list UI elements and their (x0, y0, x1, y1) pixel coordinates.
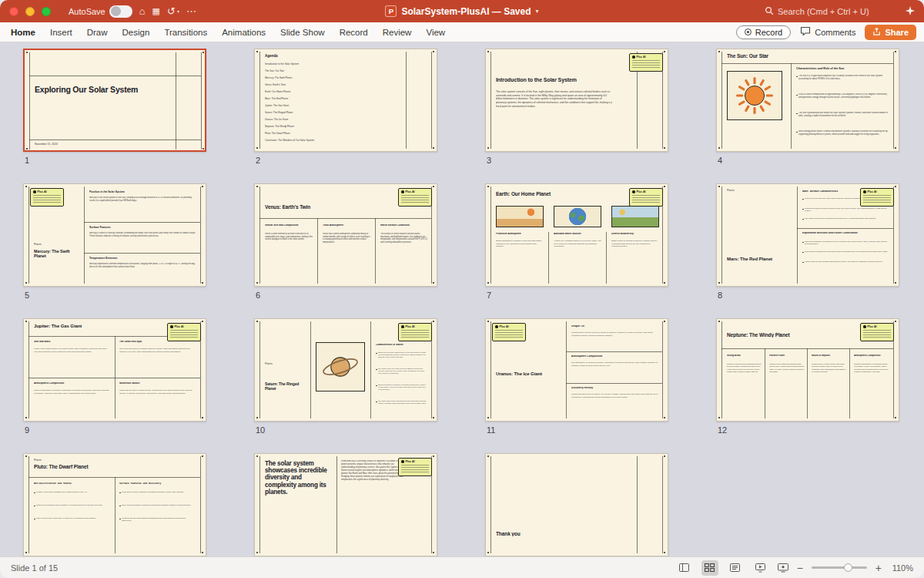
ribbon-grid-icon[interactable]: ▦ (152, 7, 160, 15)
slide-eyebrow: Planets (265, 362, 273, 365)
plusai-badge[interactable]: Plus AI (398, 458, 432, 476)
corner-dot-icon (487, 552, 489, 553)
slide-thumbnail[interactable]: AgendaIntroduction to the Solar SystemTh… (254, 49, 437, 152)
plusai-logo-icon (401, 460, 404, 463)
slide-cell: Plus AIPlanetsSaturn: The Ringed PlanetC… (254, 318, 437, 453)
slide-thumbnail[interactable]: Plus AIPlanetsMercury: The Swift PlanetP… (23, 183, 206, 287)
close-button[interactable] (9, 7, 18, 16)
bullet-item: Future plans include sending astronauts … (802, 260, 890, 270)
slide-thumbnail[interactable]: Plus AIUranus: The Ice GiantUnique TiltU… (485, 318, 668, 422)
slide-thumbnail[interactable]: Plus AIThe solar system showcases incred… (254, 453, 437, 556)
corner-dot-icon (895, 282, 896, 284)
corner-dot-icon (487, 455, 489, 457)
plusai-badge[interactable]: Plus AI (629, 53, 663, 72)
template-vline (490, 321, 491, 418)
tab-insert[interactable]: Insert (50, 28, 72, 37)
plusai-badge[interactable]: Plus AI (860, 323, 894, 341)
tab-animations[interactable]: Animations (222, 28, 266, 37)
slide-thumbnail[interactable]: Plus AINeptune: The Windy PlanetStrong W… (716, 318, 899, 422)
plusai-badge[interactable]: Plus AI (398, 188, 432, 207)
sparkle-icon[interactable] (906, 5, 915, 18)
slide-title: Saturn: The Ringed Planet (265, 382, 307, 391)
autosave-label: AutoSave (69, 7, 105, 16)
corner-dot-icon (718, 417, 720, 418)
corner-dot-icon (718, 186, 720, 187)
zoom-level[interactable]: 110% (890, 563, 913, 573)
corner-dot-icon (256, 321, 258, 322)
section-heading: Position in the Solar System (89, 190, 197, 193)
normal-view-button[interactable] (676, 560, 693, 576)
autosave-toggle[interactable] (109, 5, 132, 18)
tab-record[interactable]: Record (340, 28, 368, 37)
zoom-in-button[interactable]: + (875, 563, 882, 573)
template-vline (637, 456, 638, 553)
slideshow-view-button[interactable] (752, 560, 769, 576)
undo-icon[interactable]: ↺▾ (167, 6, 179, 16)
plusai-badge[interactable]: Plus AI (398, 323, 432, 341)
tab-review[interactable]: Review (383, 28, 412, 37)
bullet-text: Numerous missions, including rovers like… (805, 240, 890, 250)
fullscreen-button[interactable] (42, 7, 51, 16)
slide-thumbnail[interactable]: The Sun: Our StarCharacteristics and Rol… (716, 49, 899, 152)
slide-thumbnail[interactable]: Plus AIPlanetsSaturn: The Ringed PlanetC… (254, 318, 437, 422)
plusai-badge-label: Plus AI (637, 55, 646, 59)
bullet-text: Pluto has a diverse landscape including … (122, 491, 183, 503)
bullet-item: Features like the heart-shaped Tombaugh … (119, 517, 195, 529)
tab-draw[interactable]: Draw (87, 28, 108, 37)
ribbon-tabs: HomeInsertDrawDesignTransitionsAnimation… (11, 28, 736, 37)
slide-thumbnail[interactable]: Plus AIIntroduction to the Solar SystemT… (485, 49, 668, 152)
tab-transitions[interactable]: Transitions (164, 28, 207, 37)
slide-cell: Plus AIUranus: The Ice GiantUnique TiltU… (485, 318, 668, 453)
tab-slide-show[interactable]: Slide Show (280, 28, 325, 37)
column-body: Venus has a dense atmosphere composed ma… (323, 233, 370, 281)
slide-thumbnail[interactable]: Plus AIVenus: Earth's TwinSimilar Size a… (254, 183, 437, 287)
bullet-marker-icon (34, 519, 35, 520)
home-icon[interactable]: ⌂ (139, 6, 146, 16)
zoom-slider[interactable] (812, 566, 867, 569)
corner-dot-icon (256, 282, 258, 284)
presenter-display-icon[interactable] (778, 563, 788, 573)
bullet-marker-icon (802, 199, 804, 200)
plusai-logo-icon (401, 325, 404, 328)
corner-dot-icon (664, 147, 665, 149)
more-icon[interactable]: ⋯ (186, 6, 196, 16)
zoom-out-button[interactable]: − (797, 563, 803, 573)
search-input[interactable] (778, 7, 893, 16)
comments-button[interactable]: Comments (800, 26, 855, 38)
bullet-text: Saturn is the second largest planet in t… (378, 351, 427, 367)
document-title[interactable]: SolarSystem-PlusAI — Saved (401, 6, 531, 17)
bullet-text: In 2006, Pluto was reclassified as a dwa… (36, 491, 88, 503)
plusai-badge[interactable]: Plus AI (860, 188, 894, 207)
titlebar: AutoSave ⌂ ▦ ↺▾ ⋯ P SolarSystem-PlusAI —… (0, 0, 924, 22)
tab-view[interactable]: View (426, 28, 445, 37)
agenda-item: Mars: The Red Planet (265, 97, 373, 103)
search-field[interactable] (765, 5, 893, 18)
zoom-slider-knob[interactable] (844, 563, 852, 572)
slide-thumbnail[interactable]: Plus AIEarth: Our Home PlanetProtective … (485, 183, 668, 287)
bullet-marker-icon (802, 262, 804, 264)
plusai-badge-label: Plus AI (175, 325, 184, 328)
plusai-badge[interactable]: Plus AI (492, 323, 526, 341)
slide-thumbnail[interactable]: Exploring Our Solar SystemNovember 15, 2… (23, 49, 206, 152)
tab-home[interactable]: Home (11, 28, 35, 37)
slide-sorter-view-button[interactable] (701, 560, 718, 576)
column-heading: Surface Features and Discovery (119, 482, 195, 486)
plusai-badge[interactable]: Plus AI (30, 188, 64, 207)
reading-view-button[interactable] (727, 560, 744, 576)
slide-thumbnail[interactable]: Thank you (485, 453, 668, 556)
undo-chevron-icon[interactable]: ▾ (177, 9, 179, 14)
slide-title: Thank you (496, 531, 573, 536)
slide-thumbnail[interactable]: Plus AIPlanetsMars: The Red PlanetMars' … (716, 183, 899, 287)
slide-title: Introduction to the Solar System (496, 77, 611, 83)
plusai-badge[interactable]: Plus AI (167, 323, 201, 341)
record-button[interactable]: Record (736, 25, 791, 39)
slide-eyebrow: Planets (727, 189, 735, 192)
tab-design[interactable]: Design (122, 28, 150, 37)
column-heading: Farthest Planet (769, 355, 805, 361)
plusai-badge[interactable]: Plus AI (629, 188, 663, 207)
minimize-button[interactable] (25, 7, 35, 16)
share-button[interactable]: Share (865, 25, 916, 40)
slide-thumbnail[interactable]: Plus AIJupiter: The Gas GiantSize and Ma… (23, 318, 206, 422)
cell-body: Jupiter is the largest planet in our sol… (34, 348, 109, 376)
slide-thumbnail[interactable]: PlanetsPluto: The Dwarf PlanetReclassifi… (23, 453, 206, 556)
